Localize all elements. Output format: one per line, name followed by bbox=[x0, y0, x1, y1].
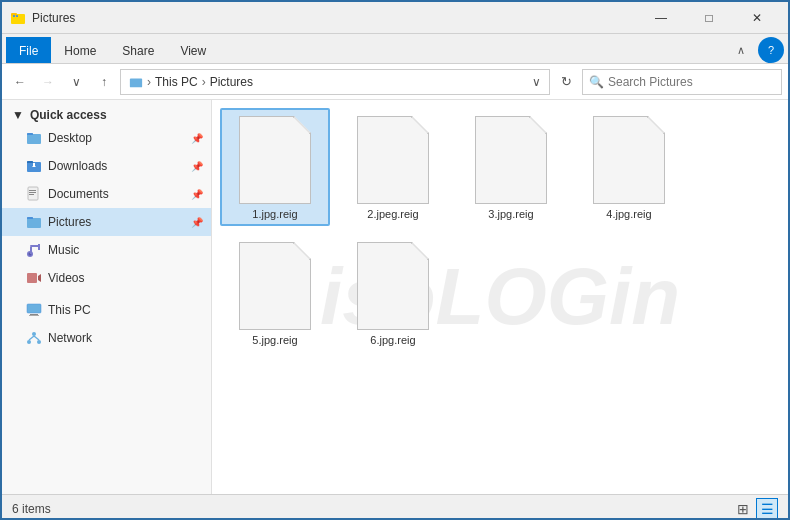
window-title: Pictures bbox=[32, 11, 638, 25]
sidebar-item-music[interactable]: Music bbox=[2, 236, 211, 264]
collapse-ribbon-button[interactable]: ∧ bbox=[728, 37, 754, 63]
svg-rect-13 bbox=[29, 192, 36, 193]
sidebar-item-pictures[interactable]: Pictures 📌 bbox=[2, 208, 211, 236]
file-label: 3.jpg.reig bbox=[488, 208, 533, 220]
file-icon-body bbox=[593, 116, 665, 204]
sidebar-item-documents[interactable]: Documents 📌 bbox=[2, 180, 211, 208]
svg-rect-21 bbox=[30, 247, 32, 254]
view-grid-button[interactable]: ⊞ bbox=[732, 498, 754, 520]
svg-line-31 bbox=[34, 336, 39, 340]
file-label: 2.jpeg.reig bbox=[367, 208, 418, 220]
main-layout: ▼ Quick access Desktop 📌 Downloads 📌 Doc… bbox=[2, 100, 788, 494]
videos-icon bbox=[26, 270, 42, 286]
minimize-button[interactable]: — bbox=[638, 2, 684, 34]
svg-marker-23 bbox=[38, 274, 41, 282]
svg-rect-3 bbox=[16, 15, 18, 17]
svg-rect-12 bbox=[29, 190, 36, 191]
tab-file[interactable]: File bbox=[6, 37, 51, 63]
svg-rect-4 bbox=[130, 78, 142, 87]
tab-share[interactable]: Share bbox=[109, 37, 167, 63]
sidebar-item-downloads[interactable]: Downloads 📌 bbox=[2, 152, 211, 180]
back-button[interactable]: ← bbox=[8, 70, 32, 94]
sidebar-label-downloads: Downloads bbox=[48, 159, 107, 173]
file-icon bbox=[239, 116, 311, 204]
file-icon-corner bbox=[411, 117, 428, 134]
sidebar-item-desktop[interactable]: Desktop 📌 bbox=[2, 124, 211, 152]
path-folder-icon bbox=[129, 75, 143, 89]
pin-icon-pictures: 📌 bbox=[191, 217, 203, 228]
tab-home[interactable]: Home bbox=[51, 37, 109, 63]
svg-rect-2 bbox=[13, 15, 15, 17]
svg-point-29 bbox=[37, 340, 41, 344]
item-count: 6 items bbox=[12, 502, 51, 516]
sidebar-label-desktop: Desktop bbox=[48, 131, 92, 145]
downloads-icon bbox=[26, 158, 42, 174]
file-item-f6[interactable]: 6.jpg.reig bbox=[338, 234, 448, 352]
ribbon-right-controls: ∧ ? bbox=[728, 37, 784, 63]
view-list-button[interactable]: ☰ bbox=[756, 498, 778, 520]
file-icon-corner bbox=[411, 243, 428, 260]
documents-icon bbox=[26, 186, 42, 202]
file-label: 6.jpg.reig bbox=[370, 334, 415, 346]
tab-view[interactable]: View bbox=[167, 37, 219, 63]
file-icon bbox=[239, 242, 311, 330]
file-item-f3[interactable]: 3.jpg.reig bbox=[456, 108, 566, 226]
view-controls: ⊞ ☰ bbox=[732, 498, 778, 520]
svg-line-30 bbox=[29, 336, 34, 340]
svg-rect-11 bbox=[28, 187, 38, 200]
file-icon-corner bbox=[647, 117, 664, 134]
file-icon bbox=[357, 116, 429, 204]
search-input[interactable] bbox=[608, 75, 775, 89]
address-bar: ← → ∨ ↑ › This PC › Pictures ∨ ↻ 🔍 bbox=[2, 64, 788, 100]
sidebar-label-network: Network bbox=[48, 331, 92, 345]
title-bar: Pictures — □ ✕ bbox=[2, 2, 788, 34]
desktop-icon bbox=[26, 130, 42, 146]
svg-rect-14 bbox=[29, 194, 34, 195]
path-separator-1: › bbox=[147, 75, 151, 89]
file-icon-corner bbox=[529, 117, 546, 134]
svg-rect-16 bbox=[27, 217, 33, 219]
path-this-pc[interactable]: This PC bbox=[155, 75, 198, 89]
quick-access-header[interactable]: ▼ Quick access bbox=[2, 104, 211, 124]
path-dropdown-button[interactable]: ∨ bbox=[532, 75, 541, 89]
quick-access-label: Quick access bbox=[30, 108, 107, 122]
address-path[interactable]: › This PC › Pictures ∨ bbox=[120, 69, 550, 95]
maximize-button[interactable]: □ bbox=[686, 2, 732, 34]
search-box[interactable]: 🔍 bbox=[582, 69, 782, 95]
file-item-f4[interactable]: 4.jpg.reig bbox=[574, 108, 684, 226]
quick-access-arrow: ▼ bbox=[12, 108, 24, 122]
svg-point-28 bbox=[27, 340, 31, 344]
file-icon-corner bbox=[293, 243, 310, 260]
sidebar: ▼ Quick access Desktop 📌 Downloads 📌 Doc… bbox=[2, 100, 212, 494]
file-item-f1[interactable]: 1.jpg.reig bbox=[220, 108, 330, 226]
sidebar-item-network[interactable]: Network bbox=[2, 324, 211, 352]
file-icon bbox=[593, 116, 665, 204]
up-button[interactable]: ↑ bbox=[92, 70, 116, 94]
pin-icon-downloads: 📌 bbox=[191, 161, 203, 172]
file-label: 1.jpg.reig bbox=[252, 208, 297, 220]
sidebar-item-thispc[interactable]: This PC bbox=[2, 296, 211, 324]
recent-locations-button[interactable]: ∨ bbox=[64, 70, 88, 94]
sidebar-item-videos[interactable]: Videos bbox=[2, 264, 211, 292]
path-pictures[interactable]: Pictures bbox=[210, 75, 253, 89]
svg-rect-22 bbox=[27, 273, 37, 283]
sidebar-label-videos: Videos bbox=[48, 271, 84, 285]
pin-icon-desktop: 📌 bbox=[191, 133, 203, 144]
file-icon-body bbox=[357, 116, 429, 204]
svg-rect-20 bbox=[38, 244, 40, 250]
path-separator-2: › bbox=[202, 75, 206, 89]
file-item-f5[interactable]: 5.jpg.reig bbox=[220, 234, 330, 352]
file-area: isoLOGin 1.jpg.reig 2.jpeg.reig 3.jpg.re… bbox=[212, 100, 788, 494]
help-button[interactable]: ? bbox=[758, 37, 784, 63]
file-icon bbox=[475, 116, 547, 204]
forward-button[interactable]: → bbox=[36, 70, 60, 94]
sidebar-label-documents: Documents bbox=[48, 187, 109, 201]
file-label: 5.jpg.reig bbox=[252, 334, 297, 346]
close-button[interactable]: ✕ bbox=[734, 2, 780, 34]
svg-rect-24 bbox=[27, 304, 41, 313]
file-item-f2[interactable]: 2.jpeg.reig bbox=[338, 108, 448, 226]
status-bar: 6 items ⊞ ☰ bbox=[2, 494, 788, 520]
file-icon-body bbox=[239, 242, 311, 330]
refresh-button[interactable]: ↻ bbox=[554, 70, 578, 94]
sidebar-label-thispc: This PC bbox=[48, 303, 91, 317]
